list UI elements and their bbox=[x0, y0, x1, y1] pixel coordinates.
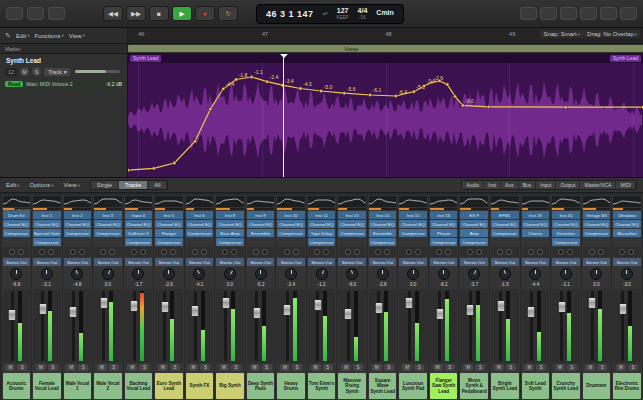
send-knob[interactable] bbox=[384, 249, 390, 255]
send-knob[interactable] bbox=[323, 249, 329, 255]
instrument-slot[interactable]: Inst 16 bbox=[430, 211, 458, 219]
automation-svg[interactable]: -4.4-1.8-1.1-2.4-3.4-4.3-5.0-5.6-6.1-6.4… bbox=[128, 63, 643, 177]
filter-button[interactable]: MIDI bbox=[616, 181, 636, 189]
volume-fader[interactable] bbox=[99, 297, 108, 309]
pan-knob[interactable] bbox=[314, 267, 329, 282]
record-button[interactable]: ● bbox=[195, 6, 215, 21]
sends-area[interactable] bbox=[3, 247, 31, 257]
send-knob[interactable] bbox=[476, 249, 482, 255]
output-slot[interactable]: Stereo Out bbox=[399, 258, 427, 266]
sends-area[interactable] bbox=[552, 247, 580, 257]
output-slot[interactable]: Stereo Out bbox=[369, 258, 397, 266]
insert-slot[interactable]: Compressor bbox=[583, 229, 611, 237]
solo-button[interactable]: S bbox=[536, 364, 546, 371]
pan-knob[interactable] bbox=[285, 268, 297, 280]
solo-button[interactable]: S bbox=[475, 364, 485, 371]
send-knob[interactable] bbox=[222, 249, 228, 255]
output-slot[interactable]: Stereo Out bbox=[552, 258, 580, 266]
channel-name[interactable]: Drummer bbox=[583, 373, 611, 399]
lcd-display[interactable]: 46 3 1 147 ▴▾ 127KEEP 4/4/16 Cmin bbox=[256, 4, 404, 24]
insert-slot[interactable]: Channel EQ bbox=[430, 220, 458, 228]
insert-slot[interactable]: Channel EQ bbox=[552, 220, 580, 228]
insert-slot[interactable]: Bass Amp bbox=[216, 229, 244, 237]
tempo-value[interactable]: 127 bbox=[337, 7, 349, 15]
solo-button[interactable]: S bbox=[78, 364, 88, 371]
solo-button[interactable]: S bbox=[445, 364, 455, 371]
volume-fader[interactable] bbox=[252, 307, 261, 319]
mute-button[interactable]: M bbox=[250, 364, 260, 371]
sends-area[interactable] bbox=[430, 247, 458, 257]
sends-area[interactable] bbox=[247, 247, 275, 257]
pan-knob[interactable] bbox=[377, 268, 389, 280]
pan-knob[interactable] bbox=[407, 268, 419, 280]
mute-button[interactable]: M bbox=[402, 364, 412, 371]
send-knob[interactable] bbox=[284, 249, 290, 255]
output-slot[interactable]: Stereo Out bbox=[277, 258, 305, 266]
insert-slot[interactable]: Channel EQ bbox=[399, 220, 427, 228]
output-slot[interactable]: Stereo Out bbox=[308, 258, 336, 266]
pan-knob[interactable] bbox=[255, 268, 267, 280]
mute-button[interactable]: M bbox=[36, 364, 46, 371]
editors-icon[interactable] bbox=[600, 7, 617, 20]
volume-fader[interactable] bbox=[313, 299, 322, 311]
time-signature[interactable]: 4/4 bbox=[358, 7, 368, 15]
eq-thumbnail[interactable] bbox=[64, 196, 92, 207]
sends-area[interactable] bbox=[613, 247, 641, 257]
forward-button[interactable]: ▶▶ bbox=[126, 6, 146, 21]
filter-button[interactable]: Aux bbox=[501, 181, 519, 189]
output-slot[interactable]: Stereo Out bbox=[216, 258, 244, 266]
volume-fader[interactable] bbox=[405, 297, 414, 309]
send-knob[interactable] bbox=[567, 249, 573, 255]
pencil-tool-icon[interactable]: ✎ bbox=[5, 32, 11, 40]
channel-name[interactable]: Synth FX bbox=[186, 373, 214, 399]
channel-name[interactable]: Euro Synth Lead bbox=[155, 373, 183, 399]
insert-slot[interactable]: Compressor bbox=[491, 229, 519, 237]
pan-knob[interactable] bbox=[497, 266, 512, 281]
channel-name[interactable]: Mono Synth & Pedalboard bbox=[460, 373, 488, 399]
output-slot[interactable]: Stereo Out bbox=[522, 258, 550, 266]
insert-slot[interactable]: Channel EQ bbox=[247, 220, 275, 228]
send-knob[interactable] bbox=[375, 249, 381, 255]
channel-name[interactable]: Deep Synth Pads bbox=[247, 373, 275, 399]
insert-slot[interactable]: Channel EQ bbox=[613, 220, 641, 228]
pan-knob[interactable] bbox=[132, 268, 144, 280]
marker-lane[interactable]: Verse bbox=[128, 44, 643, 53]
instrument-slot[interactable]: Inst 2 bbox=[64, 211, 92, 219]
eq-thumbnail[interactable] bbox=[338, 196, 366, 207]
solo-button[interactable]: S bbox=[231, 364, 241, 371]
pan-knob[interactable] bbox=[345, 267, 360, 282]
sends-area[interactable] bbox=[338, 247, 366, 257]
mute-button[interactable]: M bbox=[555, 364, 565, 371]
pan-knob[interactable] bbox=[438, 268, 450, 280]
sends-area[interactable] bbox=[369, 247, 397, 257]
output-slot[interactable]: Stereo Out bbox=[491, 258, 519, 266]
mute-button[interactable]: M bbox=[463, 364, 473, 371]
pan-knob[interactable] bbox=[560, 268, 572, 280]
instrument-slot[interactable]: Vintage B3 bbox=[583, 211, 611, 219]
instrument-slot[interactable]: Inst 10 bbox=[277, 211, 305, 219]
instrument-slot[interactable]: Inst 11 bbox=[308, 211, 336, 219]
sends-area[interactable] bbox=[399, 247, 427, 257]
insert-slot[interactable]: Channel EQ bbox=[64, 220, 92, 228]
insert-slot[interactable]: Channel EQ bbox=[155, 220, 183, 228]
solo-button[interactable]: S bbox=[109, 364, 119, 371]
solo-button[interactable]: S bbox=[32, 67, 41, 76]
snap-menu[interactable]: Snap: Smart ▾ bbox=[543, 31, 580, 37]
output-slot[interactable]: Stereo Out bbox=[94, 258, 122, 266]
mute-button[interactable]: M bbox=[616, 364, 626, 371]
volume-fader[interactable] bbox=[496, 300, 505, 312]
eq-thumbnail[interactable] bbox=[491, 196, 519, 207]
insert-slot[interactable]: Compressor bbox=[369, 238, 397, 246]
mute-button[interactable]: M bbox=[97, 364, 107, 371]
volume-fader[interactable] bbox=[160, 301, 169, 313]
channel-name[interactable]: Heavy Drums bbox=[277, 373, 305, 399]
eq-thumbnail[interactable] bbox=[369, 196, 397, 207]
send-knob[interactable] bbox=[467, 249, 473, 255]
position-stepper-icon[interactable]: ▴▾ bbox=[323, 11, 328, 16]
eq-thumbnail[interactable] bbox=[552, 196, 580, 207]
output-slot[interactable]: Stereo Out bbox=[3, 258, 31, 266]
solo-button[interactable]: S bbox=[384, 364, 394, 371]
solo-button[interactable]: S bbox=[139, 364, 149, 371]
insert-slot[interactable]: Compressor bbox=[216, 238, 244, 246]
rewind-button[interactable]: ◀◀ bbox=[103, 6, 123, 21]
